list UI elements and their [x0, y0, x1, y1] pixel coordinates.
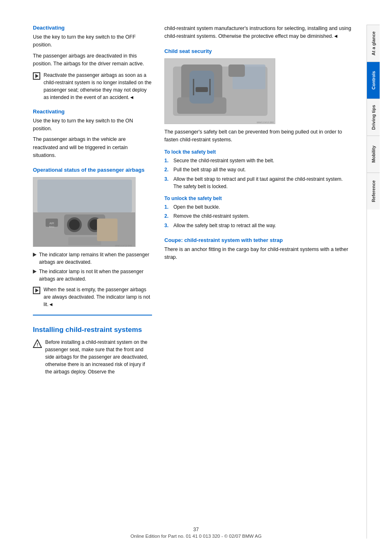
sidebar: At a glance Controls Driving tips Mobili…	[367, 25, 380, 539]
svg-rect-1	[37, 180, 132, 212]
page-number: 37	[0, 527, 392, 532]
reactivating-para2: The passenger airbags in the vehicle are…	[33, 136, 152, 159]
unlock-steps-list: 1. Open the belt buckle. 2. Remove the c…	[164, 203, 354, 230]
dashboard-image: AIR BAG WW112/12:540	[33, 177, 136, 247]
operational-status-heading: Operational status of the passenger airb…	[33, 167, 152, 173]
deactivating-heading: Deactivating	[33, 25, 152, 31]
dashboard-svg: AIR BAG WW112/12:540	[33, 177, 136, 247]
bullet-arrow-1	[33, 253, 37, 257]
svg-rect-23	[196, 87, 208, 92]
unlock-step-1-text: Open the belt buckle.	[173, 203, 220, 211]
unlock-step-1: 1. Open the belt buckle.	[164, 203, 354, 211]
footer-text: Online Edition for Part no. 01 41 0 013 …	[130, 534, 261, 539]
operational-note-text: When the seat is empty, the passenger ai…	[44, 286, 152, 308]
child-seat-image: WW113/12:280	[164, 58, 275, 124]
unlock-step-2: 2. Remove the child-restraint system.	[164, 212, 354, 220]
bullet-deactivated-text: The indicator lamp remains lit when the …	[39, 251, 152, 266]
unlock-step-3-text: Allow the safety belt strap to retract a…	[173, 222, 276, 230]
svg-rect-12	[97, 219, 118, 241]
deactivating-note-text: Reactivate the passenger airbags as soon…	[44, 71, 152, 101]
child-seat-heading: Child seat security	[164, 48, 354, 54]
svg-text:AIR: AIR	[49, 222, 54, 225]
installing-warning: ! Before installing a child-restraint sy…	[33, 339, 152, 375]
lock-step-2-text: Pull the belt strap all the way out.	[173, 166, 246, 174]
deactivating-para1: Use the key to turn the key switch to th…	[33, 33, 152, 49]
lock-step-1-text: Secure the child-restraint system with t…	[173, 157, 274, 165]
bullet-activated-text: The indicator lamp is not lit when the p…	[39, 268, 152, 283]
page-footer: 37 Online Edition for Part no. 01 41 0 0…	[0, 527, 392, 539]
deactivating-para2: The passenger airbags are deactivated in…	[33, 52, 152, 68]
dashboard-interior: AIR BAG WW112/12:540	[33, 177, 135, 246]
installing-heading: Installing child-restraint systems	[33, 325, 152, 334]
note-icon-play2	[33, 287, 40, 294]
note-icon-play	[33, 72, 40, 80]
child-seat-security-para: The passenger's safety belt can be preve…	[164, 128, 354, 144]
svg-point-6	[69, 219, 80, 230]
svg-rect-25	[228, 64, 245, 77]
child-seat-svg: WW113/12:280	[165, 58, 275, 124]
right-column: child-restraint system manufacturer's in…	[164, 25, 354, 539]
to-lock-heading: To lock the safety belt	[164, 149, 354, 155]
svg-text:WW113/12:280: WW113/12:280	[257, 121, 274, 124]
lock-step-3: 3. Allow the belt strap to retract and p…	[164, 175, 354, 191]
bullet-activated: The indicator lamp is not lit when the p…	[33, 268, 152, 283]
reactivating-para1: Use the key to turn the key switch to th…	[33, 117, 152, 133]
svg-rect-11	[68, 237, 101, 245]
lock-steps-list: 1. Secure the child-restraint system wit…	[164, 157, 354, 191]
lock-step-2: 2. Pull the belt strap all the way out.	[164, 166, 354, 174]
installing-warning-text: Before installing a child-restraint syst…	[45, 339, 152, 375]
coupe-para: There is an anchor fitting in the cargo …	[164, 246, 354, 262]
left-column: Deactivating Use the key to turn the key…	[33, 25, 152, 539]
to-unlock-heading: To unlock the safety belt	[164, 196, 354, 201]
sidebar-tab-driving-tips[interactable]: Driving tips	[367, 99, 380, 136]
lock-step-1: 1. Secure the child-restraint system wit…	[164, 157, 354, 165]
sidebar-tab-at-a-glance[interactable]: At a glance	[367, 25, 380, 62]
unlock-step-2-text: Remove the child-restraint system.	[173, 212, 249, 220]
operational-note: When the seat is empty, the passenger ai…	[33, 286, 152, 308]
reactivating-heading: Reactivating	[33, 108, 152, 115]
svg-text:WW112/12:540: WW112/12:540	[115, 244, 132, 247]
sidebar-tab-reference[interactable]: Reference	[367, 173, 380, 210]
svg-text:BAG: BAG	[49, 226, 55, 228]
sidebar-tab-controls[interactable]: Controls	[367, 62, 380, 99]
unlock-step-3: 3. Allow the safety belt strap to retrac…	[164, 222, 354, 230]
coupe-heading: Coupe: child-restraint system with tethe…	[164, 237, 354, 243]
bullet-deactivated: The indicator lamp remains lit when the …	[33, 251, 152, 266]
warning-icon: !	[33, 339, 42, 348]
continued-text: child-restraint system manufacturer's in…	[164, 25, 354, 41]
lock-step-3-text: Allow the belt strap to retract and pull…	[173, 175, 343, 191]
section-divider	[33, 315, 152, 315]
svg-text:!: !	[37, 342, 38, 347]
sidebar-tab-mobility[interactable]: Mobility	[367, 136, 380, 173]
deactivating-note: Reactivate the passenger airbags as soon…	[33, 71, 152, 101]
bullet-arrow-2	[33, 269, 37, 274]
